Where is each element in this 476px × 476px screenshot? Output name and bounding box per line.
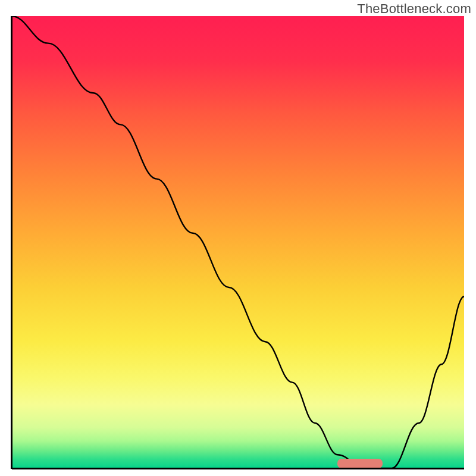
- optimum-marker: [337, 459, 383, 468]
- y-axis-line: [11, 16, 12, 469]
- chart-curve-path: [12, 16, 464, 468]
- watermark-label: TheBottleneck.com: [357, 1, 471, 17]
- x-axis-line: [12, 468, 464, 469]
- chart-curve-svg: [12, 16, 464, 468]
